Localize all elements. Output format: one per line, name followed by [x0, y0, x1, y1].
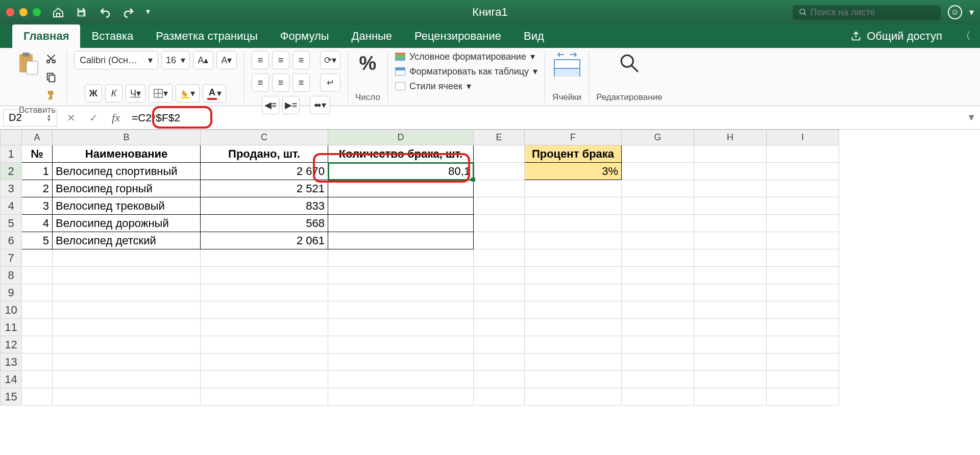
- cell[interactable]: [328, 249, 474, 267]
- cell[interactable]: [694, 249, 767, 267]
- cell[interactable]: [53, 284, 201, 301]
- tab-review[interactable]: Рецензирование: [403, 24, 512, 48]
- align-bottom-icon[interactable]: ≡: [292, 51, 310, 69]
- row-header[interactable]: 2: [1, 163, 22, 180]
- col-header[interactable]: E: [474, 130, 525, 145]
- cell[interactable]: [525, 336, 622, 353]
- cell[interactable]: [201, 353, 328, 371]
- cell[interactable]: [525, 232, 622, 249]
- cell[interactable]: Велосипед дорожный: [53, 215, 201, 232]
- row-header[interactable]: 5: [1, 215, 22, 232]
- cell[interactable]: [474, 319, 525, 336]
- cell[interactable]: [694, 232, 767, 249]
- cell[interactable]: [767, 215, 839, 232]
- cell[interactable]: 2: [22, 180, 53, 197]
- cell[interactable]: 2 521: [201, 180, 328, 197]
- home-icon[interactable]: [52, 7, 63, 18]
- cell[interactable]: [767, 249, 839, 267]
- row-header[interactable]: 15: [1, 388, 22, 406]
- cell[interactable]: [622, 284, 694, 301]
- tab-data[interactable]: Данные: [340, 24, 403, 48]
- cell[interactable]: [328, 301, 474, 319]
- feedback-icon[interactable]: ☺: [948, 5, 962, 19]
- paste-icon[interactable]: [15, 51, 40, 75]
- cell[interactable]: [694, 371, 767, 388]
- cell[interactable]: [694, 353, 767, 371]
- row-header[interactable]: 4: [1, 197, 22, 215]
- cell[interactable]: [525, 249, 622, 267]
- increase-font-icon[interactable]: A▴: [193, 51, 213, 69]
- cell[interactable]: [694, 267, 767, 284]
- cell[interactable]: [525, 215, 622, 232]
- cell[interactable]: [474, 180, 525, 197]
- cell[interactable]: [328, 353, 474, 371]
- cell[interactable]: [328, 371, 474, 388]
- cell[interactable]: [22, 301, 53, 319]
- conditional-formatting-button[interactable]: Условное форматирование ▾: [395, 51, 537, 62]
- cell[interactable]: [53, 301, 201, 319]
- titlebar-dropdown-icon[interactable]: ▾: [969, 7, 974, 18]
- cell[interactable]: [328, 180, 474, 197]
- format-as-table-button[interactable]: Форматировать как таблицу ▾: [395, 66, 537, 77]
- cell[interactable]: [694, 301, 767, 319]
- cell[interactable]: 4: [22, 215, 53, 232]
- tab-formulas[interactable]: Формулы: [269, 24, 340, 48]
- cell[interactable]: [622, 232, 694, 249]
- cell-styles-button[interactable]: Стили ячеек ▾: [395, 81, 537, 92]
- col-header[interactable]: I: [767, 130, 839, 145]
- cell[interactable]: [525, 197, 622, 215]
- font-color-button[interactable]: А ▾: [203, 84, 226, 103]
- row-header[interactable]: 3: [1, 180, 22, 197]
- cell[interactable]: [53, 336, 201, 353]
- undo-icon[interactable]: [99, 7, 110, 18]
- maximize-window-icon[interactable]: [33, 8, 41, 16]
- cell[interactable]: [53, 388, 201, 406]
- cell[interactable]: 833: [201, 197, 328, 215]
- collapse-ribbon-icon[interactable]: 〈: [951, 24, 980, 48]
- cell[interactable]: [474, 371, 525, 388]
- cell[interactable]: [22, 388, 53, 406]
- tab-insert[interactable]: Вставка: [80, 24, 144, 48]
- cell[interactable]: Процент брака: [525, 145, 622, 163]
- format-painter-icon[interactable]: [43, 88, 59, 103]
- cell[interactable]: [525, 301, 622, 319]
- borders-button[interactable]: ▾: [149, 84, 173, 103]
- col-header[interactable]: A: [22, 130, 53, 145]
- cell[interactable]: [22, 267, 53, 284]
- cancel-formula-icon[interactable]: ✕: [62, 109, 80, 127]
- fx-icon[interactable]: fx: [107, 109, 125, 127]
- font-name-select[interactable]: Calibri (Осн…▾: [74, 51, 158, 69]
- search-box[interactable]: [793, 5, 941, 20]
- col-header[interactable]: H: [694, 130, 767, 145]
- cell[interactable]: [694, 180, 767, 197]
- wrap-text-icon[interactable]: ↵: [320, 73, 340, 92]
- cell[interactable]: [767, 301, 839, 319]
- close-window-icon[interactable]: [6, 8, 14, 16]
- row-header[interactable]: 1: [1, 145, 22, 163]
- cell[interactable]: [53, 267, 201, 284]
- cell[interactable]: [53, 371, 201, 388]
- redo-icon[interactable]: [122, 7, 134, 18]
- cell[interactable]: [53, 249, 201, 267]
- cell[interactable]: [525, 267, 622, 284]
- tab-home[interactable]: Главная: [12, 24, 80, 48]
- cell[interactable]: [767, 145, 839, 163]
- font-size-select[interactable]: 16▾: [161, 51, 190, 69]
- align-middle-icon[interactable]: ≡: [272, 51, 289, 69]
- cell[interactable]: [328, 388, 474, 406]
- cell[interactable]: [622, 215, 694, 232]
- cell[interactable]: [525, 319, 622, 336]
- cell[interactable]: [474, 249, 525, 267]
- cell[interactable]: 3: [22, 197, 53, 215]
- cell[interactable]: Велосипед трековый: [53, 197, 201, 215]
- cell[interactable]: Продано, шт.: [201, 145, 328, 163]
- cell[interactable]: [694, 163, 767, 180]
- cell[interactable]: [767, 163, 839, 180]
- row-header[interactable]: 11: [1, 319, 22, 336]
- cell[interactable]: [201, 388, 328, 406]
- search-input[interactable]: [810, 7, 935, 18]
- row-header[interactable]: 8: [1, 267, 22, 284]
- row-header[interactable]: 6: [1, 232, 22, 249]
- underline-button[interactable]: Ч ▾: [126, 84, 145, 103]
- col-header[interactable]: D: [328, 130, 474, 145]
